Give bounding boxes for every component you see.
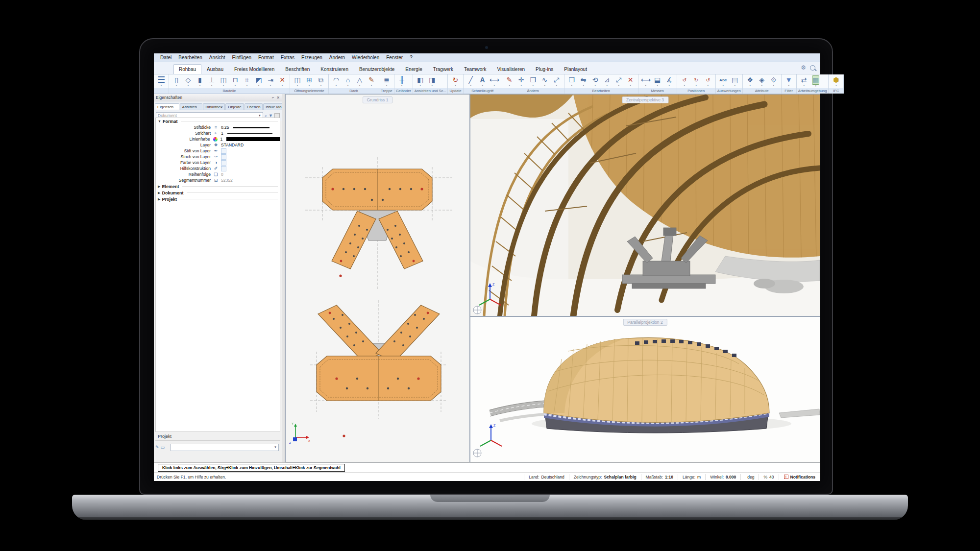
ribbon-tab[interactable]: Benutzerobjekte [354,64,400,74]
dormer-icon[interactable]: ⌂ ▾ [343,76,353,87]
measure-length-icon[interactable]: ⟷ ▾ [640,76,651,87]
menu-item[interactable]: Bearbeiten [175,55,205,60]
ribbon-tab[interactable]: Tragwerk [428,64,459,74]
report-icon[interactable]: ▤ ▾ [730,76,740,87]
text-abc-icon[interactable]: Abc ▾ [718,76,729,87]
menu-item[interactable]: Ansicht [206,55,229,60]
footer-combobox[interactable]: ▼ [171,444,279,451]
notifications-button[interactable]: ! Notifications [779,474,817,480]
wall-icon[interactable]: ▯ ▾ [171,76,182,87]
corner-window-icon[interactable]: ⧉ ▾ [316,76,326,87]
position-ref-icon[interactable]: ↺ ▾ [679,76,690,87]
plan-drawing-canvas[interactable]: Y X Z [286,95,469,462]
property-checkbox[interactable] [221,154,226,160]
status-field[interactable]: % 40 [759,474,778,480]
viewport-icon[interactable]: ◨ ▾ [427,76,438,87]
viewport-parallel[interactable]: Parallelprojektion 2 [470,316,820,462]
ribbon-tab[interactable]: Visualisieren [492,64,531,74]
door-insert-icon[interactable]: ⇥ ▾ [265,76,276,87]
active-workspace-icon[interactable]: ▦ ▾ [810,75,821,87]
dimension-icon[interactable]: ⟷ ▾ [489,76,500,87]
property-row[interactable]: Reihenfolge ❏ 0 [156,171,280,177]
draw-tool-icon[interactable]: ✎ [155,445,159,450]
viewport-plan-label[interactable]: Grundriss 1 [363,96,393,103]
parallel-canvas[interactable]: Z [470,317,820,462]
roof-covering-icon[interactable]: ✎ ▾ [366,76,377,87]
spline-edit-icon[interactable]: ∿ ▾ [539,76,550,87]
edit-icon[interactable]: ✎ ▾ [504,76,515,87]
property-checkbox[interactable] [221,148,226,154]
copy-sheet-icon[interactable]: ❐ ▾ [528,76,539,87]
section-header[interactable]: ▶ Element [156,183,280,190]
close-icon[interactable]: ✕ [276,96,280,100]
ribbon-tab[interactable]: Ausbau [201,64,229,74]
grid-icon[interactable]: ⌗ ▾ [242,76,252,87]
ribbon-tab[interactable]: Rohbau [173,64,201,74]
menu-item[interactable]: Erzeugen [298,55,326,60]
menu-item[interactable]: Extras [277,55,298,60]
perspective-canvas[interactable]: Z [470,95,820,316]
delete-icon[interactable]: ✕ ▾ [625,76,636,87]
section-view-icon[interactable]: ◧ ▾ [415,76,426,87]
ribbon-tab[interactable]: Planlayout [559,64,592,74]
panel-tab[interactable]: Bibliothek [203,103,225,110]
copy-elements-icon[interactable]: ❐ ▾ [566,76,577,87]
panel-tab[interactable]: Eigensch... [155,103,179,110]
status-field[interactable]: Maßstab: 1:10 [641,474,678,480]
menu-item[interactable]: Wiederholen [348,55,383,60]
menu-item[interactable]: Fenster [383,55,406,60]
property-row[interactable]: Layer ❖ STANDARD [156,142,280,148]
stair-icon[interactable]: ≣ ▾ [381,76,392,87]
railing-icon[interactable]: ╫ ▾ [396,76,407,87]
property-row[interactable]: Strichart ≈ 1 [156,130,280,136]
filter-funnel-icon[interactable]: ▼ ▾ [784,76,794,87]
status-field[interactable]: deg [740,474,759,480]
viewport-parallel-label[interactable]: Parallelprojektion 2 [623,319,667,326]
pin-icon[interactable]: ⌐ [272,96,274,100]
position-check-icon[interactable]: ↺ ▾ [703,76,713,87]
property-row[interactable]: Strich von Layer ✑ [156,154,280,160]
update-3d-icon[interactable]: ↻ ▾ [450,76,461,87]
status-field[interactable]: Land: Deutschland [524,474,569,480]
property-row[interactable]: Stiftdicke ≡ 0.25 [156,124,280,130]
mirror-icon[interactable]: ⇋ ▾ [578,76,589,87]
section-header-format[interactable]: ▼ Format [156,118,280,124]
ribbon-tab[interactable]: Teamwork [459,64,492,74]
status-field[interactable]: Zeichnungstyp: Schalplan farbig [569,474,641,480]
rotate-icon[interactable]: ⟲ ▾ [590,76,601,87]
niche-icon[interactable]: ⊓ ▾ [230,76,241,87]
door-opening-icon[interactable]: ◫ ▾ [292,76,303,87]
component-delete-icon[interactable]: ✕ ▾ [277,76,288,87]
ifc-export-icon[interactable]: ⬢ ▾ [831,76,841,87]
ribbon-tab[interactable]: Freies Modellieren [229,64,280,74]
wall-opening-icon[interactable]: ◫ ▾ [218,76,229,87]
property-row[interactable]: Farbe von Layer ◑ [156,160,280,166]
property-row[interactable]: Stift von Layer ✒ [156,148,280,154]
move-icon[interactable]: ✛ ▾ [516,76,527,87]
menu-item[interactable]: Einfügen [229,55,255,60]
property-row[interactable]: Hilfskonstruktion ✐ [156,166,280,171]
ribbon-tab[interactable]: Energie [400,64,427,74]
window-opening-icon[interactable]: ⊞ ▾ [304,76,315,87]
panel-tab[interactable]: Objekte [225,103,244,110]
status-field[interactable]: Winkel: 0.000 [705,474,740,480]
workspace-switch-icon[interactable]: ⇄ ▾ [799,76,809,87]
measure-area-icon[interactable]: ⬓ ▾ [652,76,663,87]
skew-icon[interactable]: ⊿ ▾ [602,76,612,87]
section-header[interactable]: ▶ Projekt [156,196,280,202]
menu-item[interactable]: ? [406,55,416,60]
stretch-icon[interactable]: ⤢ ▾ [551,76,562,87]
ribbon-tab[interactable]: Plug-ins [530,64,559,74]
measure-angle-icon[interactable]: ∡ ▾ [664,76,675,87]
column-icon[interactable]: ▮ ▾ [195,76,205,87]
menu-item[interactable]: Format [255,55,277,60]
chamfer-icon[interactable]: ◩ ▾ [253,76,264,87]
roof-frame-icon[interactable]: △ ▾ [354,76,365,87]
gear-icon[interactable]: ⚙ [801,65,806,71]
property-checkbox[interactable] [221,166,226,171]
roof-plane-icon[interactable]: ◠ ▾ [331,76,342,87]
match-tool-icon[interactable]: ▭ [161,445,165,450]
search-icon[interactable] [810,65,815,71]
text-icon[interactable]: A ▾ [477,76,488,87]
resize-icon[interactable]: ⤢ ▾ [613,76,624,87]
